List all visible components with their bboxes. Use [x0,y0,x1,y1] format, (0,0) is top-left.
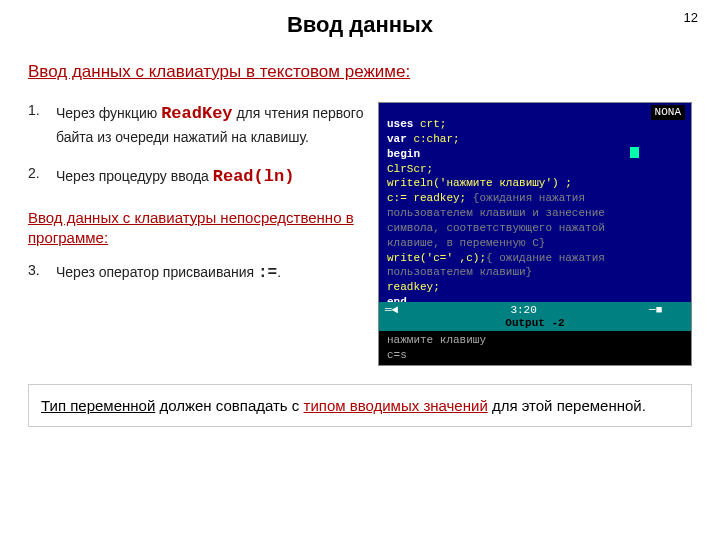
code-token: begin [387,148,420,160]
note-term: типом вводимых значений [304,397,488,414]
content-row: 1. Через функцию ReadKey для чтения перв… [28,102,692,366]
text: . [277,264,281,280]
status-right: ─■ [649,304,662,316]
ide-output-header: Output -2 [379,316,691,331]
code-token: crt; [420,118,446,130]
code-area: uses crt; var c:char; begin ClrScr; writ… [379,103,691,310]
code-token: ) ; [552,177,572,189]
text: Через процедуру ввода [56,168,213,184]
code-token: write( [387,252,427,264]
code-comment: пользователем клавиши} [387,266,532,278]
list-number: 3. [28,262,46,285]
section-heading-program: Ввод данных с клавиатуры непосредственно… [28,208,368,249]
note-text: для этой переменной. [488,397,646,414]
slide-title: Ввод данных [28,12,692,38]
bottom-note: Тип переменной должен совпадать с типом … [28,384,692,427]
code-comment: символа, соответствующего нажатой [387,222,605,234]
code-token: c:= readkey; [387,192,473,204]
code-token: 'c=' ,c [427,252,473,264]
page-number: 12 [684,10,698,25]
list-body: Через оператор присваивания :=. [56,262,368,285]
code-comment: клавише, в переменную C} [387,237,545,249]
status-time: 3:20 [510,304,536,316]
text: Через оператор присваивания [56,264,258,280]
code-token: uses [387,118,420,130]
text-cursor [630,147,639,158]
slide: 12 Ввод данных Ввод данных с клавиатуры … [0,0,720,540]
list-number: 2. [28,165,46,190]
code-comment: {ожидания нажатия [473,192,585,204]
code-token: 'нажмите клавишу' [440,177,552,189]
code-comment: { ожидание нажатия [486,252,605,264]
code-token: var [387,133,413,145]
list-item-1: 1. Через функцию ReadKey для чтения перв… [28,102,368,147]
list-item-2: 2. Через процедуру ввода Read(ln) [28,165,368,190]
code-assign: := [258,264,277,282]
output-line: нажмите клавишу [387,334,486,346]
code-readln: Read(ln) [213,167,295,186]
note-text: должен совпадать с [155,397,303,414]
code-token: ); [473,252,486,264]
left-column: 1. Через функцию ReadKey для чтения перв… [28,102,368,303]
code-readkey: ReadKey [161,104,232,123]
code-token: writeln( [387,177,440,189]
text: Через функцию [56,105,161,121]
ide-panel: NONA uses crt; var c:char; begin ClrScr;… [378,102,692,366]
list-body: Через функцию ReadKey для чтения первого… [56,102,368,147]
list-body: Через процедуру ввода Read(ln) [56,165,368,190]
code-token: ClrScr; [387,163,433,175]
code-token: readkey; [387,281,440,293]
code-comment: пользователем клавиши и занесение [387,207,605,219]
list-item-3: 3. Через оператор присваивания :=. [28,262,368,285]
list-number: 1. [28,102,46,147]
ide-output-text: нажмите клавишу c=s [379,331,691,365]
note-term: Тип переменной [41,397,155,414]
output-line: c=s [387,349,407,361]
ide-filename: NONA [651,105,685,120]
status-left: ═◄ [385,304,398,316]
section-heading-keyboard: Ввод данных с клавиатуры в текстовом реж… [28,62,692,82]
code-token: c:char; [413,133,459,145]
